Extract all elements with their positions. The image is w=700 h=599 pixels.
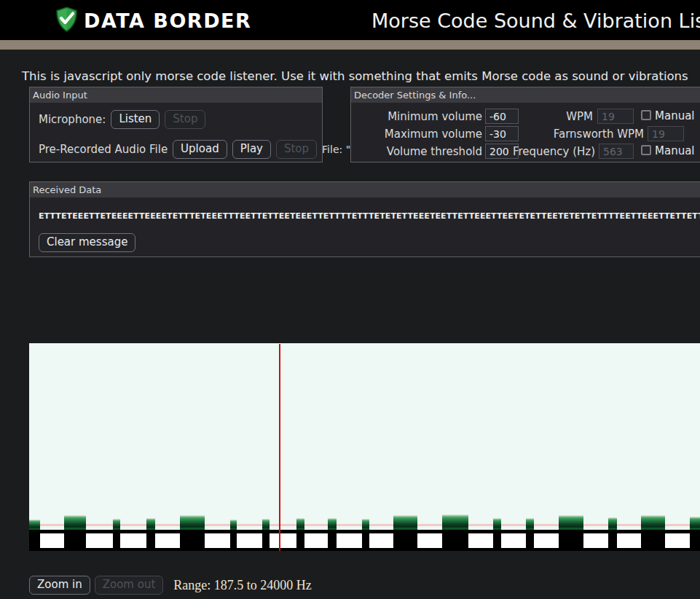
received-message-text: ETTTETEEETTETEEEETTEEEETETTTETEEETTTEETT… [39,211,700,221]
signal-gap-block [501,533,526,548]
spectrogram-tone-bar [146,518,155,530]
brand-name: DATA BORDER [84,9,251,32]
received-data-panel-title: Received Data [30,182,700,197]
spectrogram-tone-bar [362,519,369,530]
spectrogram-tone-bar [29,520,40,530]
app-window: DATA BORDER Morse Code Sound & Vibration… [0,0,700,599]
prerecorded-row: Pre-Recorded Audio File Upload Play Stop… [39,140,398,159]
minimum-volume-label: Minimum volume [354,109,482,124]
decoder-settings-panel: Decoder Settings & Info... Minimum volum… [350,87,700,163]
spectrogram-tone-bar [180,515,205,530]
farnsworth-wpm-label: Farnsworth WPM [482,127,644,141]
signal-gap-block [369,533,393,548]
shield-check-icon [55,7,78,35]
signal-gap-block [534,533,559,548]
clear-message-button[interactable]: Clear message [39,233,135,252]
signal-gap-block [40,533,64,548]
audio-input-panel-title: Audio Input [30,87,322,103]
maximum-volume-label: Maximum volume [354,127,482,141]
accent-divider-bar [0,40,700,50]
wpm-label: WPM [482,109,593,124]
signal-gap-block [237,533,262,548]
upload-button[interactable]: Upload [173,140,227,159]
wpm-input[interactable] [597,109,634,124]
received-data-panel: Received Data ETTTETEEETTETEEEETTEEEETET… [29,181,700,257]
mic-stop-button[interactable]: Stop [165,110,205,129]
spectrogram-tone-bar [296,518,304,530]
signal-gap-block [120,533,146,548]
microphone-row: Microphone: Listen Stop [39,110,205,129]
footer-controls: Zoom in Zoom out Range: 187.5 to 24000 H… [29,576,312,595]
signal-gap-block [665,533,690,548]
signal-gap-block [417,533,442,548]
spectrogram-tone-bar [442,514,468,530]
spectrogram-tone-bar [526,518,534,530]
signal-gap-block [86,533,113,548]
zoom-out-button[interactable]: Zoom out [95,576,164,595]
spectrogram-tone-bar [64,515,86,530]
spectrogram-tone-bar [328,518,337,530]
listen-button[interactable]: Listen [111,110,160,129]
signal-gap-block [468,533,493,548]
frequency-input[interactable] [599,144,634,159]
spectrogram-tone-bar [393,515,417,530]
prerecorded-file-label: Pre-Recorded Audio File [39,143,168,156]
brand-logo[interactable]: DATA BORDER [55,7,251,35]
frequency-range-text: Range: 187.5 to 24000 Hz [173,578,311,593]
microphone-label: Microphone: [39,113,106,126]
wpm-manual-label: Manual [655,109,695,122]
signal-gap-block [304,533,328,548]
playhead-cursor-line [279,344,280,551]
farnsworth-wpm-input[interactable] [648,126,684,141]
spectrogram-tone-bar [641,515,665,530]
decoder-settings-panel-title: Decoder Settings & Info... [351,87,700,103]
spectrogram-tone-bar [262,519,270,530]
signal-strip [29,530,700,551]
spectrogram-tone-bar [493,518,501,530]
spectrogram-tone-bar [608,517,617,530]
signal-gap-block [155,533,180,548]
file-stop-button[interactable]: Stop [276,140,317,159]
wpm-manual-checkbox[interactable] [641,110,651,120]
spectrogram-tone-bar [690,517,700,530]
header: DATA BORDER Morse Code Sound & Vibration… [0,0,700,40]
frequency-manual-label: Manual [655,144,695,157]
zoom-in-button[interactable]: Zoom in [29,576,90,595]
spectrogram-tone-bar [113,519,120,530]
frequency-label: Frequency (Hz) [482,144,595,159]
volume-threshold-label: Volume threshold [354,144,482,159]
audio-input-panel: Audio Input Microphone: Listen Stop Pre-… [29,87,323,163]
play-button[interactable]: Play [232,140,271,159]
spectrogram-tone-bar [230,520,237,530]
page-title: Morse Code Sound & Vibration Listener [371,9,700,32]
green-bars [29,343,700,530]
signal-gap-block [270,533,296,548]
spectrogram-view[interactable] [29,343,700,551]
spectrogram-tone-bar [559,515,583,530]
intro-text: This is javascript only morse code liste… [22,69,688,83]
signal-gap-block [583,533,608,548]
signal-gap-block [337,533,362,548]
signal-gap-block [205,533,230,548]
frequency-manual-checkbox[interactable] [641,145,651,155]
signal-gap-block [617,533,641,548]
